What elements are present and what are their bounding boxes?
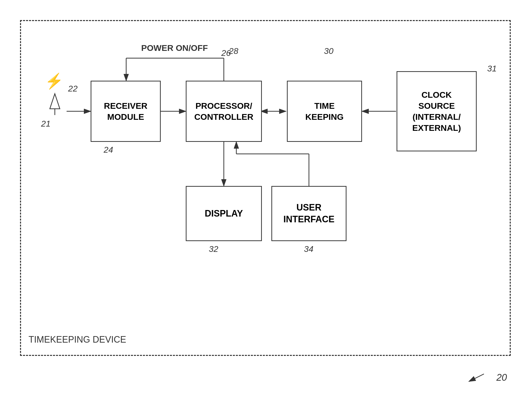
main-container: ⚡ 21 22 POWER ON/OFF 28 RECEIVERMODULE <box>20 20 511 356</box>
processor-controller-block: PROCESSOR/CONTROLLER <box>186 81 262 142</box>
ref-31: 31 <box>487 64 497 73</box>
ref-21: 21 <box>41 119 51 129</box>
ref-20: 20 <box>496 372 507 383</box>
antenna-svg: ⚡ <box>45 71 70 116</box>
user-interface-block: USERINTERFACE <box>271 186 346 241</box>
ref-22: 22 <box>68 84 78 93</box>
time-keeping-block: TIMEKEEPING <box>287 81 362 142</box>
ref-20-arrow <box>464 373 494 383</box>
ref-20-container: 20 <box>464 372 507 383</box>
ref-32: 32 <box>209 244 218 254</box>
svg-text:⚡: ⚡ <box>45 72 64 90</box>
page: ⚡ 21 22 POWER ON/OFF 28 RECEIVERMODULE <box>0 0 532 398</box>
antenna-symbol: ⚡ <box>45 71 70 117</box>
receiver-module-block: RECEIVERMODULE <box>91 81 161 142</box>
timekeeping-device-label: TIMEKEEPING DEVICE <box>29 334 126 345</box>
svg-line-17 <box>469 374 484 381</box>
ref-24: 24 <box>104 145 113 155</box>
ref-26: 26 <box>221 48 231 58</box>
ref-34: 34 <box>304 244 313 254</box>
ref-30: 30 <box>324 46 333 56</box>
clock-source-block: CLOCKSOURCE(INTERNAL/EXTERNAL) <box>397 71 477 151</box>
power-on-off-label: POWER ON/OFF <box>141 43 208 53</box>
svg-marker-15 <box>50 94 60 109</box>
display-block: DISPLAY <box>186 186 262 241</box>
